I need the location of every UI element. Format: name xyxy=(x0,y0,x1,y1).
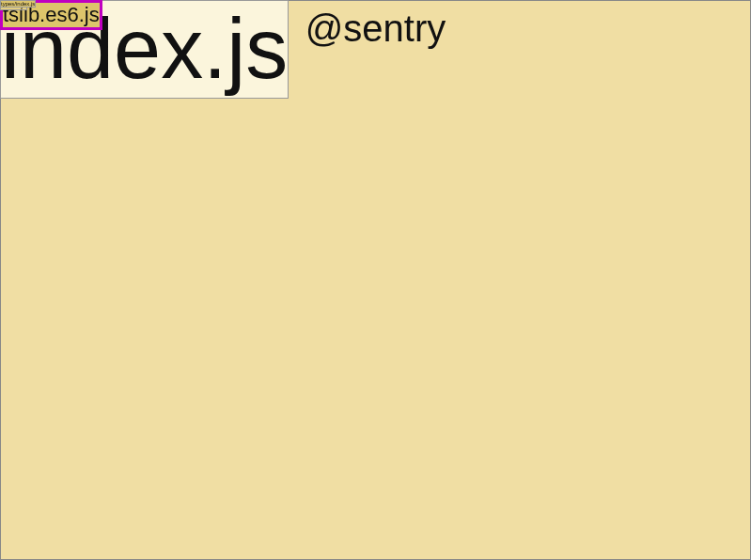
node-types-index[interactable]: types/index.js xyxy=(0,0,36,8)
